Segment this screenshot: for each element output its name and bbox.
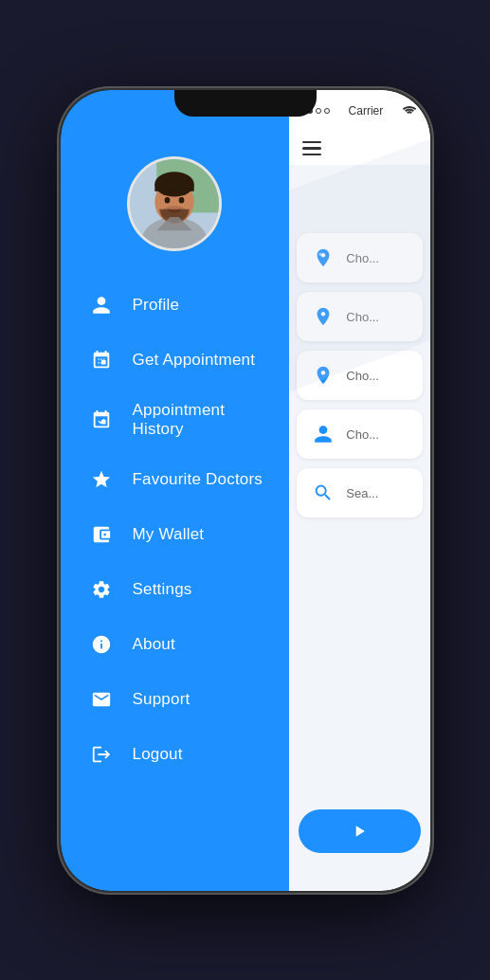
hamburger-button[interactable] (302, 141, 321, 156)
person-icon (87, 291, 116, 319)
svg-point-9 (179, 196, 185, 203)
calendar-check-icon (87, 406, 116, 434)
info-icon (87, 630, 116, 659)
signal-dot-4 (324, 108, 330, 114)
phone-frame: Profile Get Appointment (61, 90, 430, 891)
gear-icon (87, 575, 116, 604)
wallet-icon (87, 520, 116, 549)
sidebar-label-settings: Settings (133, 580, 192, 599)
card-text-5: Sea... (346, 486, 378, 500)
sidebar-label-about: About (133, 635, 175, 654)
sidebar-item-settings[interactable]: Settings (61, 562, 290, 617)
sidebar-item-profile[interactable]: Profile (61, 278, 290, 333)
carrier-label: Carrier (349, 104, 384, 118)
sidebar-label-appointment-history: Appointment History (133, 401, 263, 439)
card-icon-5 (310, 480, 336, 506)
content-card-5[interactable]: Sea... (297, 468, 422, 517)
card-icon-4 (310, 421, 336, 447)
phone-outer: Profile Get Appointment (0, 0, 490, 980)
logout-icon (87, 740, 116, 769)
svg-point-8 (165, 196, 171, 203)
wifi-icon (402, 103, 417, 118)
sidebar-label-support: Support (133, 690, 191, 709)
envelope-icon (87, 685, 116, 714)
sidebar-label-get-appointment: Get Appointment (133, 351, 256, 370)
calendar-plus-icon (87, 346, 116, 374)
ham-line-1 (302, 141, 321, 144)
avatar-area (61, 156, 290, 251)
sidebar-label-my-wallet: My Wallet (133, 525, 205, 544)
signal-dot-3 (316, 108, 321, 114)
menu-list: Profile Get Appointment (61, 278, 290, 782)
card-text-4: Cho... (346, 427, 379, 442)
right-panel: Carrier (289, 90, 429, 891)
star-icon (87, 465, 116, 494)
sidebar-item-appointment-history[interactable]: Appointment History (61, 388, 290, 452)
sidebar-item-about[interactable]: About (61, 617, 290, 672)
ham-line-3 (302, 154, 321, 156)
bottom-action-button[interactable] (299, 809, 420, 853)
sidebar-label-profile: Profile (133, 296, 180, 315)
svg-rect-6 (155, 184, 194, 191)
card-text-3: Cho... (346, 369, 379, 383)
content-card-4[interactable]: Cho... (297, 409, 422, 459)
sidebar-item-logout[interactable]: Logout (61, 727, 290, 782)
ham-line-2 (302, 147, 321, 150)
sidebar-item-favourite-doctors[interactable]: Favourite Doctors (61, 452, 290, 507)
sidebar-item-support[interactable]: Support (61, 672, 290, 727)
notch (174, 90, 317, 117)
sidebar-item-get-appointment[interactable]: Get Appointment (61, 333, 290, 388)
avatar (127, 156, 222, 251)
sidebar: Profile Get Appointment (61, 90, 290, 891)
sidebar-label-logout: Logout (133, 745, 183, 764)
sidebar-label-favourite-doctors: Favourite Doctors (133, 470, 263, 489)
sidebar-item-my-wallet[interactable]: My Wallet (61, 507, 290, 562)
phone-screen: Profile Get Appointment (61, 90, 430, 891)
